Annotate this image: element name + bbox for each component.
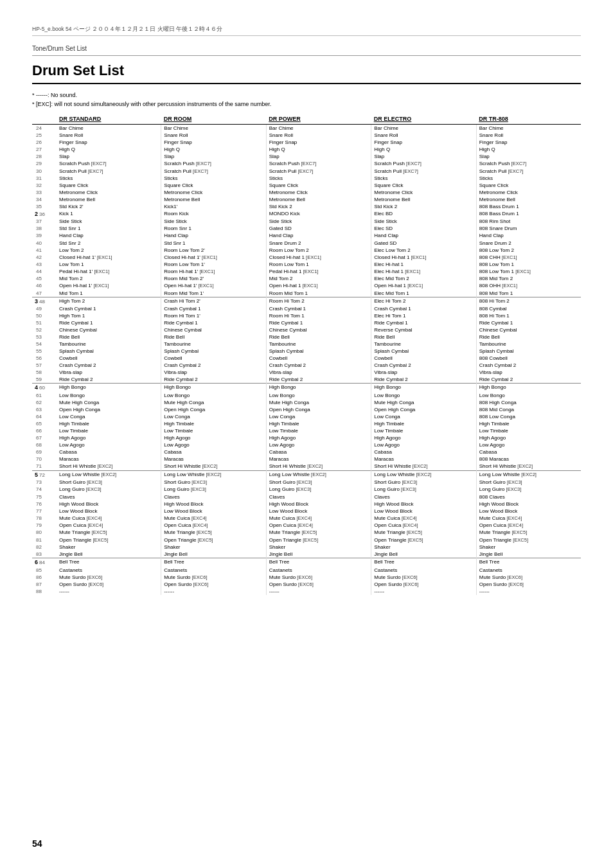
drum-name-cell: Scratch Push [EXC7]: [476, 160, 581, 167]
drum-name-cell: Low Wood Block: [371, 508, 477, 515]
drum-name-cell: Claves: [57, 493, 161, 500]
num-cell: 43: [32, 261, 57, 268]
drum-name-cell: Elec Hi-hat 1 [EXC1]: [371, 268, 477, 275]
drum-name-cell: Open Triangle [EXC5]: [161, 536, 267, 544]
drum-name-cell: Low Bongo: [161, 392, 267, 399]
drum-name-cell: Open High Conga: [161, 406, 267, 413]
drum-name-cell: Tambourine: [266, 341, 371, 348]
drum-name-cell: Low Wood Block: [161, 508, 267, 515]
num-cell: 78: [32, 515, 57, 522]
num-cell: 67: [32, 434, 57, 441]
drum-name-cell: Std Snr 1: [161, 240, 267, 247]
drum-name-cell: Scratch Pull [EXC7]: [266, 168, 371, 175]
num-cell: 57: [32, 362, 57, 369]
drum-name-cell: Bar Chime: [161, 125, 267, 132]
table-row: 64Low CongaLow CongaLow CongaLow Conga80…: [32, 413, 581, 420]
drum-name-cell: Low Wood Block: [266, 508, 371, 515]
table-row: 55Splash CymbalSplash CymbalSplash Cymba…: [32, 348, 581, 355]
num-cell: 73: [32, 479, 57, 486]
table-row: 28SlapSlapSlapSlapSlap: [32, 153, 581, 160]
table-row: 236Kick 1Room KickMONDO KickElec BD808 B…: [32, 210, 581, 218]
num-cell: 45: [32, 275, 57, 282]
drum-name-cell: Shaker: [57, 544, 161, 551]
drum-name-cell: Room Low Tom 1': [161, 261, 267, 268]
drum-name-cell: Snare Roll: [371, 132, 477, 139]
drum-name-cell: Open Surdo [EXC6]: [161, 581, 267, 588]
drum-name-cell: Metronome Bell: [476, 196, 581, 203]
drum-name-cell: Bell Tree: [371, 558, 477, 567]
num-cell: 61: [32, 392, 57, 399]
drum-name-cell: High Wood Block: [266, 500, 371, 508]
drum-name-cell: Open Hi-hat 1' [EXC1]: [57, 282, 161, 289]
drum-name-cell: Castanets: [57, 567, 161, 574]
drum-name-cell: Slap: [161, 153, 267, 160]
drum-name-cell: Low Agogo: [266, 441, 371, 448]
drum-name-cell: Closed Hi-hat 1 [EXC1]: [371, 254, 477, 261]
num-cell: 76: [32, 500, 57, 508]
table-row: 82ShakerShakerShakerShakerShaker: [32, 544, 581, 551]
drum-name-cell: Short Guiro [EXC3]: [161, 479, 267, 486]
drum-name-cell: Short Hi Whistle [EXC2]: [161, 463, 267, 470]
page: HP-5_e.book 54 ページ ２００４年１２月２１日 火曜日 午後１２時…: [0, 0, 613, 868]
drum-name-cell: 808 Cowbell: [476, 355, 581, 362]
table-row: 68Low AgogoLow AgogoLow AgogoLow AgogoLo…: [32, 441, 581, 448]
table-row: 51Ride Cymbal 1Ride Cymbal 1Ride Cymbal …: [32, 319, 581, 326]
num-cell: 70: [32, 456, 57, 463]
num-cell: 25: [32, 132, 57, 139]
drum-name-cell: Ride Bell: [266, 333, 371, 341]
num-cell: 38: [32, 225, 57, 232]
drum-name-cell: Splash Cymbal: [371, 348, 477, 355]
drum-name-cell: 808 Low Conga: [476, 413, 581, 420]
drum-name-cell: Sticks: [57, 175, 161, 182]
drum-name-cell: Room Low Tom 1: [266, 261, 371, 268]
drum-name-cell: Open Hi-hat 1 [EXC1]: [371, 282, 477, 289]
drum-name-cell: Low Wood Block: [476, 508, 581, 515]
drum-name-cell: Ride Bell: [371, 333, 477, 341]
drum-name-cell: Metronome Click: [371, 189, 477, 196]
num-cell: 58: [32, 369, 57, 376]
column-headers: DR STANDARD DR ROOM DR POWER DR ELECTRO …: [32, 115, 581, 125]
drum-name-cell: Room Low Tom 2: [266, 247, 371, 254]
drum-name-cell: Elec SD: [371, 225, 477, 232]
drum-name-cell: Ride Cymbal 2: [266, 376, 371, 384]
drum-name-cell: Mute High Conga: [266, 399, 371, 406]
drum-name-cell: Tambourine: [161, 341, 267, 348]
num-cell: 59: [32, 376, 57, 384]
drum-name-cell: Shaker: [476, 544, 581, 551]
drum-name-cell: Short Hi Whistle [EXC2]: [266, 463, 371, 470]
table-row: 32Square ClickSquare ClickSquare ClickSq…: [32, 182, 581, 189]
drum-name-cell: Mid Tom 2: [57, 275, 161, 282]
num-cell: 34: [32, 196, 57, 203]
num-cell: 54: [32, 341, 57, 348]
drum-name-cell: Mute Surdo [EXC6]: [161, 574, 267, 581]
drum-name-cell: High Q: [161, 146, 267, 153]
drum-name-cell: Pedal Hi-hat 1' [EXC1]: [57, 268, 161, 275]
drum-name-cell: Ride Cymbal 2: [476, 376, 581, 384]
drum-name-cell: Elec Hi Tom 1: [371, 312, 477, 319]
num-cell: 460: [32, 384, 57, 392]
table-row: 73Short Guiro [EXC3]Short Guiro [EXC3]Sh…: [32, 479, 581, 486]
drum-name-cell: Crash Cymbal 1: [161, 305, 267, 312]
drum-name-cell: Finger Snap: [476, 139, 581, 146]
drum-name-cell: Elec Hi-hat 1: [371, 261, 477, 268]
drum-name-cell: Room Hi Tom 2: [266, 297, 371, 305]
drum-name-cell: High Agogo: [266, 434, 371, 441]
drum-name-cell: Tambourine: [371, 341, 477, 348]
drum-name-cell: Bell Tree: [266, 558, 371, 567]
drum-name-cell: Vibra-slap: [161, 369, 267, 376]
drum-name-cell: 808 Hi Tom 2: [476, 297, 581, 305]
num-cell: 572: [32, 470, 57, 479]
table-row: 58Vibra-slapVibra-slapVibra-slapVibra-sl…: [32, 369, 581, 376]
num-cell: 71: [32, 463, 57, 470]
drum-name-cell: Ride Cymbal 1: [371, 319, 477, 326]
drum-name-cell: Kick1': [161, 203, 267, 210]
drum-name-cell: Bar Chime: [57, 125, 161, 132]
drum-name-cell: Tambourine: [57, 341, 161, 348]
drum-name-cell: Cowbell: [371, 355, 477, 362]
num-cell: 26: [32, 139, 57, 146]
num-cell: 46: [32, 282, 57, 289]
num-cell: 32: [32, 182, 57, 189]
drum-name-cell: 808 OHH [EXC1]: [476, 282, 581, 289]
table-row: 71Short Hi Whistle [EXC2]Short Hi Whistl…: [32, 463, 581, 470]
drum-name-cell: Open Triangle [EXC5]: [371, 536, 477, 544]
